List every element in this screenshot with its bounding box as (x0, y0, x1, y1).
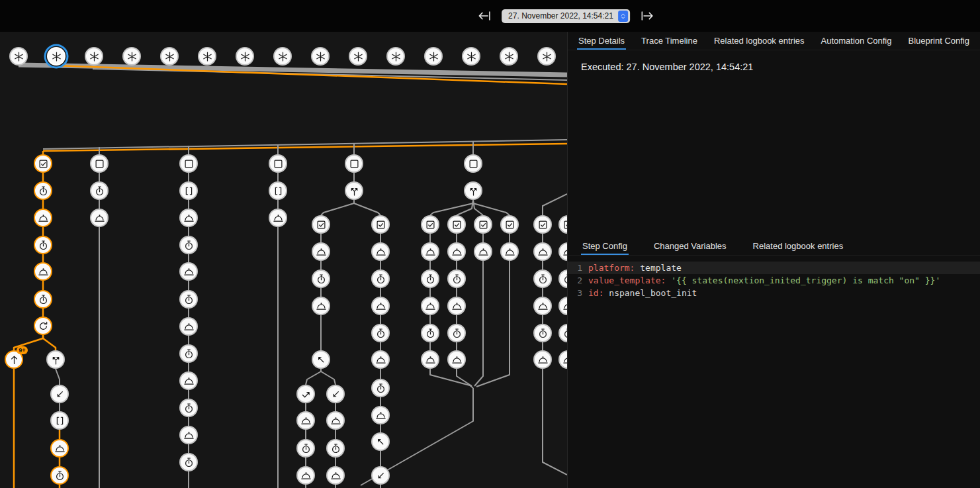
code-editor[interactable]: 1platform: template2value_template: '{{ … (568, 262, 980, 299)
trace-node-service[interactable] (421, 242, 439, 261)
tab-automation-config[interactable]: Automation Config (820, 32, 893, 50)
trace-node-service[interactable] (447, 297, 466, 315)
trace-node-service[interactable] (371, 242, 390, 261)
trace-node-timer[interactable] (50, 466, 69, 485)
trace-node-trigger[interactable] (160, 47, 179, 66)
trace-node-call-split[interactable] (46, 350, 65, 369)
trace-node-service[interactable] (312, 297, 330, 315)
trace-node-checkbox-blank[interactable] (179, 154, 198, 173)
trace-node-brackets[interactable] (269, 181, 287, 200)
trace-node-checkbox-blank[interactable] (464, 154, 482, 173)
trace-node-call-split[interactable] (345, 181, 363, 200)
trace-node-trigger[interactable] (537, 47, 556, 66)
trace-node-timer[interactable] (179, 453, 198, 471)
trace-node-service[interactable] (533, 242, 552, 261)
previous-run-button[interactable] (476, 7, 493, 24)
trace-node-service[interactable] (421, 350, 439, 369)
trace-node-service[interactable] (179, 426, 198, 444)
trace-node-arrow-up[interactable]: 9+ (5, 350, 23, 369)
trace-node-checkbox-marked[interactable] (474, 215, 492, 234)
trace-node-service[interactable] (179, 209, 198, 227)
trace-node-timer[interactable] (312, 269, 330, 288)
trace-node-trigger[interactable] (500, 47, 518, 66)
trace-node-service[interactable] (179, 262, 198, 281)
trace-node-service[interactable] (533, 297, 552, 315)
trace-node-service[interactable] (474, 242, 492, 261)
trace-node-arrow-bottom-left[interactable] (50, 385, 69, 403)
code-line[interactable]: 3id: nspanel_boot_init (568, 287, 980, 299)
run-selector[interactable]: 27. November 2022, 14:54:21 (502, 9, 630, 23)
trace-node-service[interactable] (533, 350, 552, 369)
trace-node-timer[interactable] (421, 269, 439, 288)
trace-node-checkbox-marked[interactable] (500, 215, 519, 234)
trace-node-timer[interactable] (533, 324, 552, 342)
trace-node-timer[interactable] (34, 236, 52, 254)
tab-trace-timeline[interactable]: Trace Timeline (640, 32, 699, 50)
trace-node-arrow-up-left[interactable] (371, 432, 390, 451)
trace-node-service[interactable] (34, 209, 52, 227)
tab-related-logbook-entries[interactable]: Related logbook entries (713, 32, 806, 50)
trace-node-service[interactable] (90, 209, 109, 227)
trace-node-service[interactable] (447, 242, 466, 261)
trace-node-checkbox-blank[interactable] (269, 154, 287, 173)
trace-node-timer[interactable] (447, 324, 466, 342)
trace-node-service[interactable] (296, 466, 315, 485)
trace-node-check-arrow[interactable] (296, 385, 315, 403)
tab-changed-variables[interactable]: Changed Variables (652, 237, 728, 255)
trace-node-trigger[interactable] (47, 47, 66, 66)
trace-node-checkbox-marked[interactable] (447, 215, 466, 234)
trace-node-service[interactable] (179, 371, 198, 390)
trace-node-trigger[interactable] (273, 47, 292, 66)
trace-node-checkbox-blank[interactable] (345, 154, 363, 173)
trace-node-service[interactable] (500, 242, 519, 261)
trace-node-trigger[interactable] (236, 47, 254, 66)
trace-node-service[interactable] (421, 297, 439, 315)
trace-node-checkbox-marked[interactable] (421, 215, 439, 234)
trace-node-timer[interactable] (179, 399, 198, 417)
trace-graph-panel[interactable]: 9+ (0, 0, 567, 488)
trace-node-service[interactable] (371, 297, 390, 315)
trace-node-timer[interactable] (179, 344, 198, 363)
trace-node-brackets[interactable] (50, 411, 69, 430)
trace-node-checkbox-marked[interactable] (312, 215, 330, 234)
trace-node-arrow-bottom-left[interactable] (326, 385, 345, 403)
trace-node-service[interactable] (371, 406, 390, 424)
trace-node-arrow-up-left[interactable] (312, 350, 330, 369)
trace-node-service[interactable] (371, 350, 390, 369)
trace-node-service[interactable] (50, 439, 69, 458)
trace-node-trigger[interactable] (85, 47, 103, 66)
code-line[interactable]: 1platform: template (568, 262, 980, 274)
trace-node-trigger[interactable] (9, 47, 28, 66)
trace-node-timer[interactable] (371, 269, 390, 288)
trace-node-trigger[interactable] (462, 47, 480, 66)
trace-node-service[interactable] (179, 317, 198, 336)
trace-node-timer[interactable] (421, 324, 439, 342)
trace-node-timer[interactable] (34, 181, 52, 200)
trace-node-timer[interactable] (326, 439, 345, 458)
trace-node-service[interactable] (447, 350, 466, 369)
trace-node-service[interactable] (312, 242, 330, 261)
trace-node-trigger[interactable] (386, 47, 405, 66)
tab-related-logbook-entries[interactable]: Related logbook entries (752, 237, 845, 255)
trace-node-checkbox-marked[interactable] (371, 215, 390, 234)
trace-node-checkbox-marked[interactable] (533, 215, 552, 234)
trace-node-repeat[interactable] (34, 317, 52, 335)
trace-node-timer[interactable] (179, 290, 198, 309)
trace-node-service[interactable] (326, 466, 345, 485)
trace-node-service[interactable] (296, 411, 315, 430)
trace-node-trigger[interactable] (198, 47, 216, 66)
tab-step-details[interactable]: Step Details (577, 32, 626, 50)
trace-node-arrow-bottom-left[interactable] (371, 466, 390, 485)
trace-node-trigger[interactable] (349, 47, 367, 66)
trace-node-timer[interactable] (533, 269, 552, 288)
trace-node-service[interactable] (326, 411, 345, 430)
trace-node-timer[interactable] (371, 324, 390, 342)
trace-node-timer[interactable] (90, 181, 109, 200)
trace-node-trigger[interactable] (311, 47, 330, 66)
trace-node-service[interactable] (269, 209, 287, 227)
trace-node-timer[interactable] (447, 269, 466, 288)
code-line[interactable]: 2value_template: '{{ states(nextion_init… (568, 274, 980, 287)
trace-node-timer[interactable] (34, 290, 52, 309)
trace-node-timer[interactable] (296, 439, 315, 458)
tab-step-config[interactable]: Step Config (581, 237, 629, 255)
